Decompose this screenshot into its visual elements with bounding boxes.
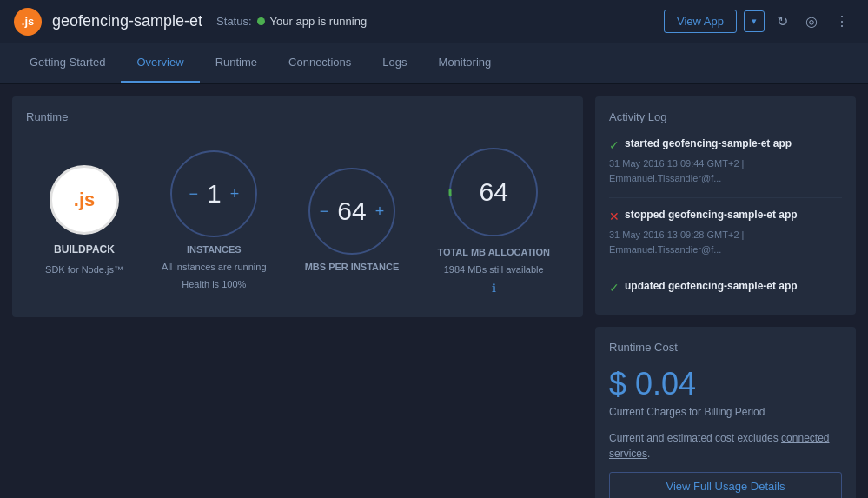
activity-log-entries: ✓ started geofencing-sample-et app 31 Ma…: [609, 136, 842, 301]
total-info-icon[interactable]: ℹ: [492, 282, 496, 295]
activity-log-card: Activity Log ✓ started geofencing-sample…: [595, 96, 856, 315]
tab-logs[interactable]: Logs: [367, 43, 422, 83]
activity-entry-3: ✓ updated geofencing-sample-et app • dis…: [609, 278, 842, 301]
status-dot: [257, 17, 265, 25]
activity-log-title: Activity Log: [609, 110, 842, 123]
activity-title-2: stopped geofencing-sample-et app: [625, 207, 798, 222]
instances-value: 1: [207, 179, 222, 209]
status-label: Status:: [216, 15, 251, 28]
view-app-button[interactable]: View App: [664, 10, 737, 33]
cost-amount: $ 0.04: [609, 366, 842, 402]
instances-sub2: Health is 100%: [182, 279, 246, 289]
view-usage-button[interactable]: View Full Usage Details: [609, 472, 842, 498]
buildpack-sub: SDK for Node.js™: [45, 264, 123, 275]
activity-entry-2: ✕ stopped geofencing-sample-et app 31 Ma…: [609, 207, 842, 256]
app-icon: .js: [14, 8, 42, 36]
tab-monitoring[interactable]: Monitoring: [423, 43, 507, 83]
tab-getting-started[interactable]: Getting Started: [14, 43, 121, 83]
instances-label: INSTANCES: [187, 244, 242, 255]
instances-sub1: All instances are running: [162, 262, 266, 272]
topbar-right: View App ▾ ↻ ◎ ⋮: [664, 10, 854, 33]
runtime-cost-title: Runtime Cost: [609, 341, 842, 354]
runtime-controls: .js BUILDPACK SDK for Node.js™ − 1 + INS…: [26, 136, 569, 303]
activity-meta-1: 31 May 2016 13:09:44 GMT+2 | Emmanuel.Ti…: [609, 156, 842, 185]
mbs-section: − 64 + MBS PER INSTANCE: [305, 168, 400, 272]
divider-2: [609, 269, 842, 269]
tab-connections[interactable]: Connections: [273, 43, 367, 83]
mbs-decrement-button[interactable]: −: [320, 203, 329, 219]
total-value: 64: [479, 177, 507, 207]
tab-runtime[interactable]: Runtime: [200, 43, 273, 83]
activity-meta-2: 31 May 2016 13:09:28 GMT+2 | Emmanuel.Ti…: [609, 228, 842, 256]
success-icon-3: ✓: [609, 279, 620, 297]
mbs-label: MBS PER INSTANCE: [305, 262, 400, 272]
activity-bullet-3-1: • disk quota to 1024 MB: [609, 299, 842, 301]
activity-title-3: updated geofencing-sample-et app: [625, 278, 798, 294]
status-text: Your app is running: [270, 15, 368, 28]
topbar: .js geofencing-sample-et Status: Your ap…: [0, 0, 868, 43]
total-label: TOTAL MB ALLOCATION: [437, 247, 550, 257]
error-icon-2: ✕: [609, 208, 620, 226]
divider-1: [609, 197, 842, 198]
total-ring-wrapper: 64: [446, 144, 541, 240]
instances-increment-button[interactable]: +: [230, 186, 240, 202]
app-name: geofencing-sample-et: [52, 12, 202, 30]
instances-ring: − 1 +: [170, 150, 257, 237]
instances-decrement-button[interactable]: −: [189, 186, 198, 202]
refresh-button[interactable]: ↻: [772, 10, 793, 33]
total-section: 64 TOTAL MB ALLOCATION 1984 MBs still av…: [437, 144, 550, 295]
settings-button[interactable]: ◎: [800, 10, 823, 33]
mbs-value: 64: [337, 196, 366, 226]
runtime-title: Runtime: [26, 110, 569, 123]
status-section: Status: Your app is running: [216, 15, 367, 28]
buildpack-label: BUILDPACK: [54, 243, 115, 256]
view-app-dropdown-button[interactable]: ▾: [744, 10, 765, 32]
cost-note: Current and estimated cost excludes conn…: [609, 430, 842, 461]
mbs-increment-button[interactable]: +: [375, 203, 385, 219]
nav-tabs: Getting Started Overview Runtime Connect…: [0, 43, 868, 84]
main-content: Runtime .js BUILDPACK SDK for Node.js™ −…: [0, 84, 868, 498]
more-options-button[interactable]: ⋮: [830, 10, 854, 33]
mbs-ring: − 64 +: [308, 168, 395, 255]
activity-title-1: started geofencing-sample-et app: [625, 136, 792, 151]
runtime-cost-card: Runtime Cost $ 0.04 Current Charges for …: [595, 327, 856, 498]
cost-period-label: Current Charges for Billing Period: [609, 406, 842, 418]
success-icon-1: ✓: [609, 136, 620, 155]
buildpack-section: .js BUILDPACK SDK for Node.js™: [45, 165, 123, 275]
total-sub: 1984 MBs still available: [444, 264, 544, 275]
runtime-card: Runtime .js BUILDPACK SDK for Node.js™ −…: [12, 96, 583, 317]
instances-section: − 1 + INSTANCES All instances are runnin…: [162, 150, 266, 289]
right-column: Activity Log ✓ started geofencing-sample…: [595, 96, 856, 498]
buildpack-icon: .js: [50, 165, 119, 235]
activity-entry-1: ✓ started geofencing-sample-et app 31 Ma…: [609, 136, 842, 185]
tab-overview[interactable]: Overview: [121, 43, 199, 83]
